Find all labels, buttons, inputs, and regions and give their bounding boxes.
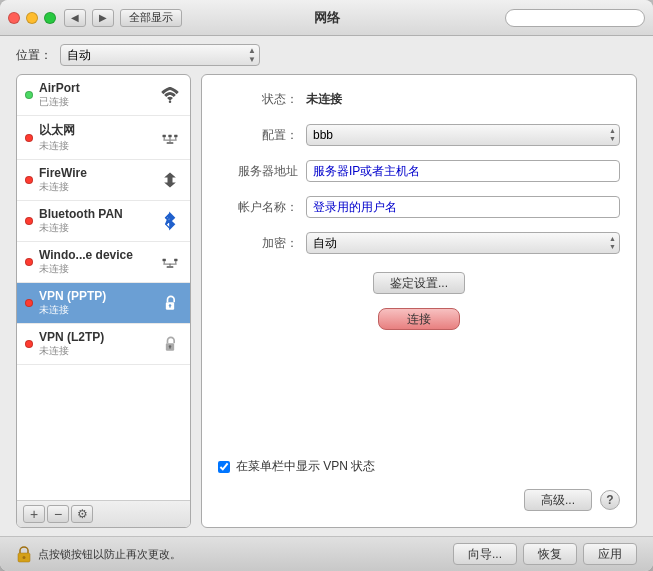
- status-dot-bluetooth: [25, 217, 33, 225]
- password-label: 加密：: [218, 235, 298, 252]
- status-row: 状态： 未连接: [218, 91, 620, 108]
- windows-text: Windo...e device 未连接: [39, 248, 152, 276]
- account-input[interactable]: [306, 196, 620, 218]
- sidebar-item-airport[interactable]: AirPort 已连接: [17, 75, 190, 116]
- bottom-bar: 点按锁按钮以防止再次更改。 向导... 恢复 应用: [0, 536, 653, 571]
- titlebar: ◀ ▶ 全部显示 网络: [0, 0, 653, 36]
- server-row: 服务器地址: [218, 160, 620, 182]
- svg-rect-10: [163, 259, 166, 262]
- svg-rect-3: [174, 134, 177, 137]
- add-button[interactable]: +: [23, 505, 45, 523]
- guide-button[interactable]: 向导...: [453, 543, 517, 565]
- minimize-button[interactable]: [26, 12, 38, 24]
- svg-rect-6: [175, 137, 176, 140]
- vpn-l2tp-text: VPN (L2TP) 未连接: [39, 330, 152, 358]
- password-row: 加密： 自动 ▲ ▼: [218, 232, 620, 254]
- svg-rect-7: [163, 139, 176, 140]
- server-label: 服务器地址: [218, 163, 298, 180]
- vpn-l2tp-name: VPN (L2TP): [39, 330, 152, 344]
- spacer: [218, 340, 620, 448]
- help-button[interactable]: ?: [600, 490, 620, 510]
- svg-point-0: [169, 100, 172, 103]
- close-button[interactable]: [8, 12, 20, 24]
- status-value: 未连接: [306, 91, 342, 108]
- network-window: ◀ ▶ 全部显示 网络 位置： 自动 ▲ ▼: [0, 0, 653, 571]
- svg-rect-19: [170, 306, 171, 308]
- auth-button[interactable]: 鉴定设置...: [373, 272, 465, 294]
- status-dot-windows: [25, 258, 33, 266]
- password-select[interactable]: 自动: [306, 232, 620, 254]
- config-select[interactable]: bbb: [306, 124, 620, 146]
- sidebar-item-firewire[interactable]: FireWire 未连接: [17, 160, 190, 201]
- server-input[interactable]: [306, 160, 620, 182]
- apply-button[interactable]: 应用: [583, 543, 637, 565]
- status-key: 状态：: [218, 91, 298, 108]
- sidebar-item-vpn-l2tp[interactable]: VPN (L2TP) 未连接: [17, 324, 190, 365]
- svg-rect-5: [170, 137, 171, 140]
- svg-rect-2: [168, 134, 171, 137]
- show-all-button[interactable]: 全部显示: [120, 9, 182, 27]
- account-row: 帐户名称：: [218, 196, 620, 218]
- password-select-wrapper: 自动 ▲ ▼: [306, 232, 620, 254]
- checkbox-label: 在菜单栏中显示 VPN 状态: [236, 458, 375, 475]
- sidebar: AirPort 已连接: [16, 74, 191, 528]
- status-dot-vpn-l2tp: [25, 340, 33, 348]
- sidebar-item-windows-device[interactable]: Windo...e device 未连接: [17, 242, 190, 283]
- maximize-button[interactable]: [44, 12, 56, 24]
- sidebar-item-vpn-pptp[interactable]: VPN (PPTP) 未连接: [17, 283, 190, 324]
- sidebar-toolbar: + − ⚙: [17, 500, 190, 527]
- firewire-icon: [158, 168, 182, 192]
- location-bar: 位置： 自动 ▲ ▼: [0, 36, 653, 74]
- ethernet-icon: [158, 126, 182, 150]
- svg-rect-16: [167, 266, 174, 268]
- vpn-pptp-text: VPN (PPTP) 未连接: [39, 289, 152, 317]
- sidebar-item-ethernet[interactable]: 以太网 未连接: [17, 116, 190, 160]
- status-dot-airport: [25, 91, 33, 99]
- svg-rect-15: [170, 264, 171, 267]
- bluetooth-name: Bluetooth PAN: [39, 207, 152, 221]
- search-input[interactable]: [505, 9, 645, 27]
- windows-name: Windo...e device: [39, 248, 152, 262]
- forward-button[interactable]: ▶: [92, 9, 114, 27]
- svg-rect-12: [164, 261, 165, 264]
- svg-rect-9: [167, 142, 174, 144]
- gear-button[interactable]: ⚙: [71, 505, 93, 523]
- back-button[interactable]: ◀: [64, 9, 86, 27]
- svg-rect-1: [163, 134, 166, 137]
- firewire-text: FireWire 未连接: [39, 166, 152, 194]
- status-dot-ethernet: [25, 134, 33, 142]
- windows-status: 未连接: [39, 262, 152, 276]
- location-select[interactable]: 自动: [60, 44, 260, 66]
- sidebar-list: AirPort 已连接: [17, 75, 190, 500]
- svg-rect-8: [170, 140, 171, 142]
- lock-text: 点按锁按钮以防止再次更改。: [38, 547, 181, 562]
- vpn-l2tp-icon: [158, 332, 182, 356]
- ethernet-name: 以太网: [39, 122, 152, 139]
- config-select-wrapper: bbb ▲ ▼: [306, 124, 620, 146]
- bluetooth-icon: [158, 209, 182, 233]
- bluetooth-text: Bluetooth PAN 未连接: [39, 207, 152, 235]
- location-select-wrapper: 自动 ▲ ▼: [60, 44, 260, 66]
- usb-icon: [158, 250, 182, 274]
- vpn-pptp-icon: [158, 291, 182, 315]
- lock-icon[interactable]: [16, 545, 32, 563]
- svg-rect-4: [164, 137, 165, 140]
- panel-bottom-row: 高级... ?: [218, 489, 620, 511]
- advanced-button[interactable]: 高级...: [524, 489, 592, 511]
- connect-button[interactable]: 连接: [378, 308, 460, 330]
- status-dot-vpn-pptp: [25, 299, 33, 307]
- vpn-pptp-status: 未连接: [39, 303, 152, 317]
- sidebar-item-bluetooth[interactable]: Bluetooth PAN 未连接: [17, 201, 190, 242]
- bluetooth-status: 未连接: [39, 221, 152, 235]
- firewire-name: FireWire: [39, 166, 152, 180]
- restore-button[interactable]: 恢复: [523, 543, 577, 565]
- location-label: 位置：: [16, 47, 52, 64]
- show-vpn-status-checkbox[interactable]: [218, 461, 230, 473]
- remove-button[interactable]: −: [47, 505, 69, 523]
- lock-area: 点按锁按钮以防止再次更改。: [16, 545, 445, 563]
- search-box: [505, 9, 645, 27]
- connect-btn-row: 连接: [218, 308, 620, 330]
- auth-btn-row: 鉴定设置...: [218, 272, 620, 294]
- main-content: AirPort 已连接: [0, 74, 653, 536]
- svg-rect-11: [174, 259, 177, 262]
